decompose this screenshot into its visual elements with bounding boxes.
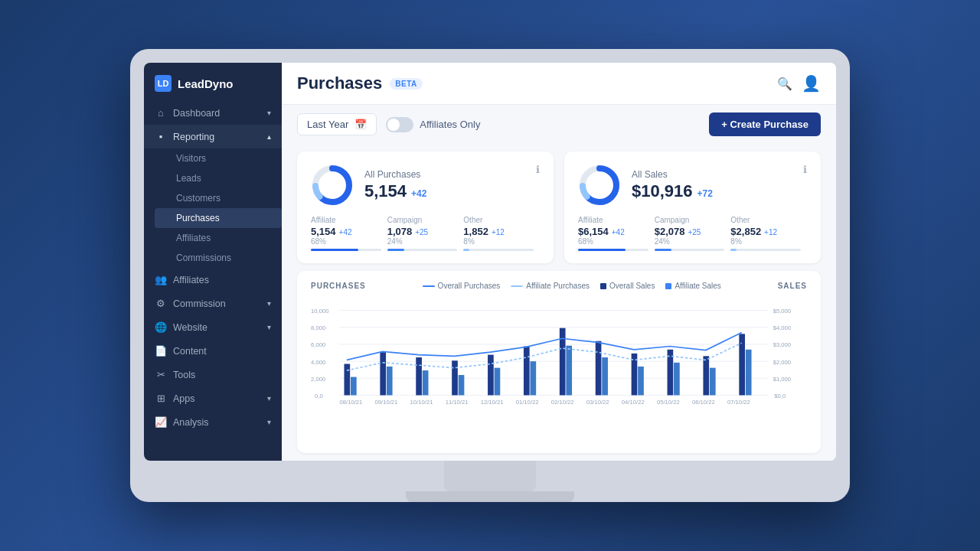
bar-overall-4 (452, 360, 458, 395)
sidebar-label-apps: Apps (173, 393, 195, 404)
sidebar-item-affiliates[interactable]: 👥 Affiliates (144, 268, 282, 292)
line-overall-purchases (347, 333, 742, 360)
chevron-website-icon: ▾ (267, 323, 271, 331)
create-purchase-button[interactable]: + Create Purchase (709, 112, 821, 136)
purchases-card-label: All Purchases (364, 169, 426, 180)
sidebar-label-tools: Tools (173, 370, 195, 380)
sidebar-label-website: Website (173, 322, 207, 333)
y-sales-4000: $4,000 (773, 324, 791, 331)
bar-affiliate-11 (710, 368, 716, 396)
toolbar: Last Year 📅 Affiliates Only + Create Pur… (282, 105, 836, 144)
date-filter-button[interactable]: Last Year 📅 (297, 113, 377, 135)
sidebar-label-dashboard: Dashboard (173, 108, 220, 119)
monitor-stand (444, 461, 536, 491)
logo-icon: LD (155, 75, 172, 92)
sidebar-item-tools[interactable]: ✂ Tools (144, 363, 282, 386)
sidebar-item-dashboard[interactable]: ⌂ Dashboard ▾ (144, 101, 282, 125)
bar-overall-6 (524, 347, 530, 396)
sidebar-item-leads[interactable]: Leads (155, 168, 282, 188)
purchases-other-breakdown: Other 1,852 +12 8% (463, 216, 540, 251)
sidebar-item-analysis[interactable]: 📈 Analysis ▾ (144, 410, 282, 434)
purchases-stat-card: All Purchases 5,154 +42 ℹ Affiliate (297, 152, 554, 263)
bar-affiliate-6 (530, 361, 536, 395)
x-label-11: 06/10/22 (692, 399, 715, 406)
bar-overall-8 (596, 341, 602, 396)
y-label-8000: 8,000 (311, 324, 325, 331)
sales-info-icon[interactable]: ℹ (803, 164, 807, 175)
purchases-card-value: 5,154 (364, 181, 407, 201)
bar-affiliate-8 (602, 357, 608, 395)
page-title: Purchases (297, 73, 382, 93)
sidebar-item-visitors[interactable]: Visitors (155, 148, 282, 168)
main-content: Purchases BETA 🔍 👤 Last Year 📅 (282, 63, 836, 461)
sidebar-item-affiliates-sub[interactable]: Affiliates (155, 228, 282, 248)
sidebar-item-customers[interactable]: Customers (155, 188, 282, 208)
y-sales-2000: $2,000 (773, 359, 791, 366)
sidebar-item-purchases[interactable]: Purchases (155, 208, 282, 228)
sales-card-header: All Sales $10,916 +72 ℹ (578, 164, 807, 207)
x-label-12: 07/10/22 (727, 399, 750, 406)
legend-dot-affiliate-sales (665, 283, 671, 289)
website-icon: 🌐 (155, 321, 167, 333)
top-header: Purchases BETA 🔍 👤 (282, 63, 836, 105)
bar-affiliate-7 (566, 346, 572, 396)
sidebar-label-reporting: Reporting (173, 132, 214, 142)
page-title-area: Purchases BETA (297, 73, 423, 93)
x-label-4: 11/10/21 (446, 399, 469, 406)
beta-badge: BETA (390, 78, 422, 90)
reporting-icon: ▪ (155, 131, 167, 142)
purchases-card-delta: +42 (411, 188, 426, 199)
purchases-info-icon[interactable]: ℹ (536, 164, 540, 175)
content-icon: 📄 (155, 345, 167, 357)
sidebar-item-apps[interactable]: ⊞ Apps ▾ (144, 386, 282, 410)
toggle-thumb (387, 119, 400, 131)
sidebar-label-analysis: Analysis (173, 417, 209, 428)
chevron-apps-icon: ▾ (267, 394, 271, 403)
header-actions: 🔍 👤 (777, 74, 821, 93)
x-label-5: 12/10/21 (481, 399, 504, 406)
bar-overall-11 (703, 356, 709, 395)
x-label-9: 04/10/22 (622, 399, 645, 406)
legend-line-affiliate (511, 285, 523, 287)
legend-affiliate-sales: Affiliate Sales (665, 282, 720, 290)
chevron-reporting-icon: ▴ (267, 132, 271, 141)
x-label-2: 09/10/21 (375, 399, 398, 406)
sales-card-label: All Sales (632, 169, 713, 180)
y-label-6000: 6,000 (311, 341, 325, 348)
sales-breakdown: Affiliate $6,154 +42 68% Campaign (578, 216, 807, 251)
chart-legend: Overall Purchases Affiliate Purchases Ov… (423, 282, 721, 290)
y-label-0: 0,0 (315, 393, 323, 399)
sales-main-info: All Sales $10,916 +72 (632, 169, 713, 201)
affiliates-toggle-label: Affiliates Only (420, 119, 480, 130)
sales-donut (578, 164, 621, 207)
sidebar-item-commission[interactable]: ⚙ Commission ▾ (144, 292, 282, 315)
bar-overall-1 (344, 364, 350, 396)
affiliates-toggle[interactable] (386, 117, 413, 132)
chart-bars (344, 328, 751, 396)
y-sales-0: $0,0 (774, 393, 786, 399)
bar-affiliate-4 (459, 375, 465, 395)
chart-sales-label: SALES (778, 282, 807, 290)
sales-other-breakdown: Other $2,852 +12 8% (730, 216, 807, 251)
x-label-1: 08/10/21 (340, 399, 363, 406)
sidebar-item-reporting[interactable]: ▪ Reporting ▴ (144, 125, 282, 148)
commission-icon: ⚙ (155, 298, 167, 309)
sidebar-item-commissions[interactable]: Commissions (155, 248, 282, 268)
sidebar-item-content[interactable]: 📄 Content (144, 339, 282, 363)
bar-affiliate-9 (638, 367, 644, 396)
sidebar-label-content: Content (173, 346, 207, 357)
user-avatar[interactable]: 👤 (802, 74, 821, 93)
purchases-card-left: All Purchases 5,154 +42 (311, 164, 426, 207)
search-icon[interactable]: 🔍 (777, 77, 792, 91)
x-label-10: 05/10/22 (657, 399, 680, 406)
stat-cards-area: All Purchases 5,154 +42 ℹ Affiliate (282, 144, 836, 271)
bar-affiliate-1 (351, 377, 357, 396)
sales-campaign-breakdown: Campaign $2,078 +25 24% (655, 216, 731, 251)
chart-header: PURCHASES Overall Purchases Affiliate Pu… (311, 282, 807, 290)
calendar-icon: 📅 (354, 119, 367, 130)
purchases-main-info: All Purchases 5,154 +42 (364, 169, 426, 201)
sidebar-item-website[interactable]: 🌐 Website ▾ (144, 315, 282, 339)
y-sales-5000: $5,000 (773, 308, 791, 315)
sales-card-left: All Sales $10,916 +72 (578, 164, 713, 207)
analysis-icon: 📈 (155, 416, 167, 428)
